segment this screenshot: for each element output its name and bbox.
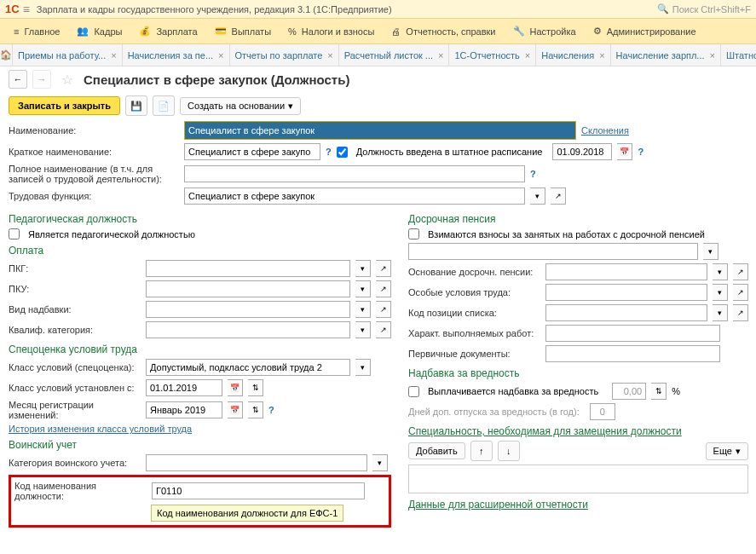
close-icon[interactable]: × bbox=[327, 50, 332, 61]
voin-cat-input[interactable] bbox=[146, 454, 367, 471]
nadb-input[interactable] bbox=[146, 301, 350, 318]
tab-5[interactable]: Начисления× bbox=[536, 44, 610, 66]
chevron-down-icon[interactable]: ▾ bbox=[355, 280, 371, 297]
menu-nastroyka[interactable]: 🔧Настройка bbox=[505, 26, 585, 37]
in-schedule-checkbox[interactable] bbox=[337, 147, 348, 158]
report-button[interactable]: 📄 bbox=[153, 95, 175, 116]
chevron-down-icon[interactable]: ▾ bbox=[530, 188, 545, 205]
pension-combo[interactable] bbox=[408, 243, 698, 260]
name-input[interactable] bbox=[184, 121, 576, 140]
create-basis-button[interactable]: Создать на основании ▾ bbox=[180, 97, 301, 115]
help-icon[interactable]: ? bbox=[530, 169, 536, 179]
menu-kadry[interactable]: 👥Кадры bbox=[68, 26, 130, 37]
open-icon[interactable]: ↗ bbox=[551, 188, 566, 205]
forward-button[interactable]: → bbox=[32, 70, 51, 89]
menu-vyplaty[interactable]: 💳Выплаты bbox=[206, 26, 280, 37]
tab-home[interactable]: 🏠 bbox=[0, 44, 13, 66]
tab-7[interactable]: Штатное расписание× bbox=[721, 44, 756, 66]
close-icon[interactable]: × bbox=[111, 50, 116, 61]
close-icon[interactable]: × bbox=[525, 50, 530, 61]
code-input[interactable] bbox=[152, 482, 365, 499]
help-icon[interactable]: ? bbox=[326, 147, 332, 157]
search-box[interactable]: 🔍 Поиск Ctrl+Shift+F bbox=[657, 3, 751, 14]
calendar-icon[interactable]: 📅 bbox=[617, 143, 632, 160]
poz-input[interactable] bbox=[545, 304, 707, 321]
open-icon[interactable]: ↗ bbox=[733, 304, 748, 321]
tab-0[interactable]: Приемы на работу...× bbox=[13, 44, 123, 66]
days-input[interactable] bbox=[590, 403, 615, 420]
menu-nalogi[interactable]: %Налоги и взносы bbox=[280, 26, 383, 37]
save-close-button[interactable]: Записать и закрыть bbox=[9, 96, 120, 115]
menu-main[interactable]: ≡Главное bbox=[5, 26, 68, 37]
short-input[interactable] bbox=[184, 143, 320, 160]
open-icon[interactable]: ↗ bbox=[376, 280, 391, 297]
ext-title[interactable]: Данные для расширенной отчетности bbox=[408, 499, 748, 511]
full-input[interactable] bbox=[184, 165, 525, 182]
close-icon[interactable]: × bbox=[599, 50, 604, 61]
voin-cat-label: Категория воинского учета: bbox=[9, 458, 141, 468]
history-link[interactable]: История изменения класса условий труда bbox=[9, 424, 192, 434]
class-date-input[interactable] bbox=[146, 379, 222, 396]
usl-input[interactable] bbox=[545, 284, 707, 301]
calendar-icon[interactable]: 📅 bbox=[228, 401, 243, 418]
close-icon[interactable]: × bbox=[438, 50, 443, 61]
help-icon[interactable]: ? bbox=[638, 147, 643, 157]
month-input[interactable] bbox=[146, 401, 222, 418]
month-label: Месяц регистрации изменений: bbox=[9, 400, 141, 420]
class-input[interactable] bbox=[146, 359, 350, 376]
har-input[interactable] bbox=[545, 325, 720, 342]
open-icon[interactable]: ↗ bbox=[376, 321, 391, 338]
osn-input[interactable] bbox=[545, 263, 707, 280]
special-title[interactable]: Специальность, необходимая для замещения… bbox=[408, 425, 748, 437]
open-icon[interactable]: ↗ bbox=[376, 301, 391, 318]
open-icon[interactable]: ↗ bbox=[376, 260, 391, 277]
tab-2[interactable]: Отчеты по зарплате× bbox=[230, 44, 339, 66]
pkg-input[interactable] bbox=[146, 260, 350, 277]
doc-icon: 📄 bbox=[158, 101, 170, 112]
chevron-down-icon[interactable]: ▾ bbox=[713, 304, 728, 321]
chevron-down-icon[interactable]: ▾ bbox=[372, 454, 388, 471]
pension-checkbox[interactable] bbox=[408, 228, 419, 239]
kval-input[interactable] bbox=[146, 321, 350, 338]
close-icon[interactable]: × bbox=[218, 50, 223, 61]
stepper-icon[interactable]: ⇅ bbox=[248, 401, 263, 418]
menu-zarplata[interactable]: 💰Зарплата bbox=[130, 26, 205, 37]
chevron-down-icon[interactable]: ▾ bbox=[355, 321, 371, 338]
open-icon[interactable]: ↗ bbox=[733, 284, 748, 301]
tab-4[interactable]: 1С-Отчетность× bbox=[449, 44, 536, 66]
add-button[interactable]: Добавить bbox=[408, 442, 465, 459]
calendar-icon[interactable]: 📅 bbox=[228, 379, 243, 396]
star-icon[interactable]: ☆ bbox=[61, 72, 73, 88]
close-icon[interactable]: × bbox=[710, 50, 715, 61]
more-button[interactable]: Еще ▾ bbox=[706, 442, 748, 460]
perv-input[interactable] bbox=[545, 345, 720, 362]
declensions-link[interactable]: Склонения bbox=[581, 125, 629, 136]
open-icon[interactable]: ↗ bbox=[733, 263, 748, 280]
move-down-button[interactable]: ↓ bbox=[498, 441, 520, 461]
chevron-down-icon[interactable]: ▾ bbox=[713, 263, 728, 280]
pku-input[interactable] bbox=[146, 280, 350, 297]
nadb-val-input[interactable] bbox=[612, 383, 646, 400]
chevron-down-icon[interactable]: ▾ bbox=[355, 301, 371, 318]
tab-6[interactable]: Начисление зарпл...× bbox=[611, 44, 721, 66]
special-list[interactable] bbox=[408, 465, 748, 493]
schedule-date-input[interactable] bbox=[552, 143, 612, 160]
tab-1[interactable]: Начисления за пе...× bbox=[123, 44, 230, 66]
tab-3[interactable]: Расчетный листок ...× bbox=[339, 44, 450, 66]
back-button[interactable]: ← bbox=[9, 70, 27, 89]
func-input[interactable] bbox=[184, 188, 525, 205]
ped-checkbox[interactable] bbox=[9, 228, 20, 239]
menu-admin[interactable]: ⚙Администрирование bbox=[585, 26, 705, 37]
nadb-checkbox[interactable] bbox=[408, 386, 419, 397]
stepper-icon[interactable]: ⇅ bbox=[651, 383, 667, 400]
hamburger-icon[interactable]: ≡ bbox=[23, 3, 30, 16]
menu-otchet[interactable]: 🖨Отчетность, справки bbox=[383, 26, 504, 37]
chevron-down-icon[interactable]: ▾ bbox=[355, 260, 371, 277]
help-icon[interactable]: ? bbox=[268, 405, 274, 415]
stepper-icon[interactable]: ⇅ bbox=[248, 379, 263, 396]
chevron-down-icon[interactable]: ▾ bbox=[703, 243, 718, 260]
chevron-down-icon[interactable]: ▾ bbox=[355, 359, 371, 376]
save-button[interactable]: 💾 bbox=[125, 95, 147, 116]
move-up-button[interactable]: ↑ bbox=[470, 441, 493, 461]
chevron-down-icon[interactable]: ▾ bbox=[713, 284, 728, 301]
